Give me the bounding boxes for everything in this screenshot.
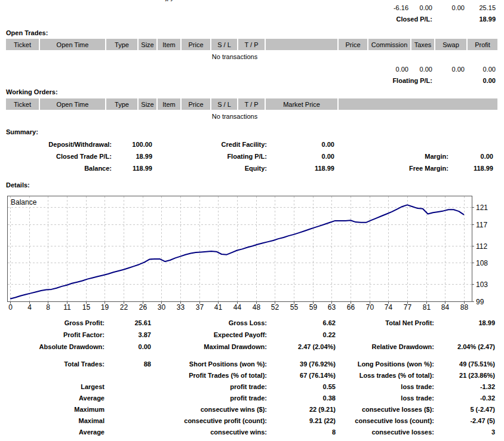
working-orders-table: TicketOpen TimeTypeSizeItemPriceS / LT /… [5, 98, 499, 110]
stat-label: Short Positions (won %): [154, 358, 269, 369]
stat-label [6, 369, 106, 381]
open-trades-col-price: Price [182, 39, 210, 50]
stat-row: Total Trades:88Short Positions (won %):3… [6, 358, 497, 369]
x-tick-label: 11 [59, 303, 76, 312]
summary-label: Closed Trade P/L: [6, 150, 113, 162]
stat-value [107, 392, 153, 403]
summary-row: Deposit/Withdrawal:100.00Credit Facility… [6, 138, 495, 150]
summary-value: 100.00 [115, 138, 154, 150]
closed-pl-table: -6.16 0.00 0.00 25.15 Closed P/L: 18.99 [5, 2, 499, 25]
stat-label: Total Trades: [6, 358, 106, 369]
stat-value: 49 (75.51%) [437, 358, 497, 369]
stat-label: consecutive profit (count): [154, 415, 269, 426]
y-tick-label: 112 [476, 242, 487, 251]
stat-label: Maximal Drawdown: [154, 341, 269, 353]
stat-value: 0.38 [270, 392, 337, 403]
working-orders-col-size: Size [139, 98, 156, 110]
stat-label: Total Net Profit: [339, 317, 436, 329]
x-tick-label: 77 [399, 303, 416, 312]
open-trades-col-t-p: T / P [238, 39, 265, 50]
open-trades-col-s-l: S / L [211, 39, 237, 50]
summary-value: 18.99 [115, 150, 154, 162]
stat-value [437, 329, 497, 341]
stat-value: 39 (76.92%) [270, 358, 337, 369]
open-trades-col-size: Size [139, 39, 156, 50]
summary-row: Closed Trade P/L:18.99Floating P/L:0.00M… [6, 150, 495, 162]
working-orders-col-price: Price [182, 98, 210, 110]
stat-value: 0.55 [270, 381, 337, 392]
details-title: Details: [6, 181, 30, 189]
stat-value: 3.87 [107, 329, 153, 341]
x-tick-label: 4 [21, 303, 38, 312]
x-tick-label: 70 [362, 303, 379, 312]
stat-value: 21 (23.86%) [437, 369, 497, 381]
closed-pl-label: Closed P/L: [339, 13, 434, 25]
floating-pl-row: Floating P/L: 0.00 [6, 74, 497, 87]
stat-value: -0.32 [437, 392, 497, 403]
working-orders-col-open-time: Open Time [40, 98, 105, 110]
working-orders-col-type: Type [106, 98, 137, 110]
x-tick-label: 55 [286, 303, 303, 312]
balance-chart: Balance [7, 196, 479, 306]
stat-value [107, 381, 153, 392]
open-trades-empty: No transactions [5, 53, 465, 60]
mt4-account-statement: jpy -6.16 0.00 0.00 25.15 Closed P/L: 18… [0, 0, 504, 441]
summary-label: Floating P/L: [155, 150, 269, 162]
swap-total: 0.00 [435, 64, 466, 74]
open-trades-col-ticket: Ticket [6, 39, 39, 50]
stat-label: profit trade: [154, 392, 269, 403]
commission-total: 0.00 [368, 64, 410, 74]
y-tick-label: 103 [476, 280, 488, 289]
y-tick-label: 117 [476, 221, 487, 229]
stat-value: 5 (-2.47) [437, 403, 497, 415]
stat-row: Gross Profit:25.61Gross Loss:6.62Total N… [6, 317, 497, 329]
x-tick-label: 84 [437, 303, 454, 312]
working-orders-empty: No transactions [5, 113, 465, 120]
stat-label: Gross Profit: [6, 317, 106, 329]
open-trades-col-blank [266, 39, 337, 50]
stat-label: consecutive losses: [339, 426, 436, 437]
stat-label: loss trade: [339, 381, 436, 392]
working-orders-col-s-l: S / L [211, 98, 237, 110]
stat-row: Maximalconsecutive profit (count):9.21 (… [6, 415, 497, 426]
stat-value: 0.00 [107, 341, 153, 353]
swap-total: 0.00 [435, 2, 466, 13]
stat-label: consecutive wins: [154, 426, 269, 437]
y-tick-label: 99 [476, 298, 484, 306]
open-trades-col-swap: Swap [435, 39, 466, 50]
stat-label: consecutive loss (count): [339, 415, 436, 426]
stat-label: Absolute Drawdown: [6, 341, 106, 353]
stat-label: consecutive losses ($): [339, 403, 436, 415]
taxes-total: 0.00 [411, 64, 434, 74]
summary-title: Summary: [6, 128, 38, 135]
x-tick-label: 15 [78, 303, 95, 312]
working-orders-col-t-p: T / P [238, 98, 265, 110]
floating-pl-label: Floating P/L: [339, 74, 434, 87]
stat-value: 88 [107, 358, 153, 369]
x-tick-label: 66 [343, 303, 359, 312]
stat-row: Largestprofit trade:0.55loss trade:-1.32 [6, 381, 497, 392]
summary-value: 118.99 [270, 162, 336, 174]
working-orders-col-item: Item [158, 98, 180, 110]
summary-label: Margin: [337, 150, 450, 162]
summary-label: Equity: [155, 162, 269, 174]
open-trades-col-type: Type [106, 39, 137, 50]
stat-label: Average [6, 392, 106, 403]
stat-value [107, 415, 153, 426]
x-tick-label: 19 [97, 303, 113, 312]
x-tick-label: 22 [116, 303, 133, 312]
stat-row: Profit Factor:3.87Expected Payoff:0.22 [6, 329, 497, 341]
summary-label: Free Margin: [337, 162, 450, 174]
x-tick-label: 26 [135, 303, 152, 312]
stat-row: Absolute Drawdown:0.00Maximal Drawdown:2… [6, 341, 497, 353]
x-tick-label: 41 [210, 303, 227, 312]
stat-value [107, 426, 153, 437]
pl-totals-row: -6.16 0.00 0.00 25.15 [6, 2, 497, 13]
summary-label: Credit Facility: [155, 138, 269, 150]
x-tick-label: 63 [324, 303, 340, 312]
summary-value: 118.99 [115, 162, 154, 174]
summary-label: Balance: [6, 162, 113, 174]
open-trades-col-taxes: Taxes [411, 39, 434, 50]
stat-value: 0.22 [270, 329, 337, 341]
summary-row: Balance:118.99Equity:118.99Free Margin:1… [6, 162, 495, 174]
